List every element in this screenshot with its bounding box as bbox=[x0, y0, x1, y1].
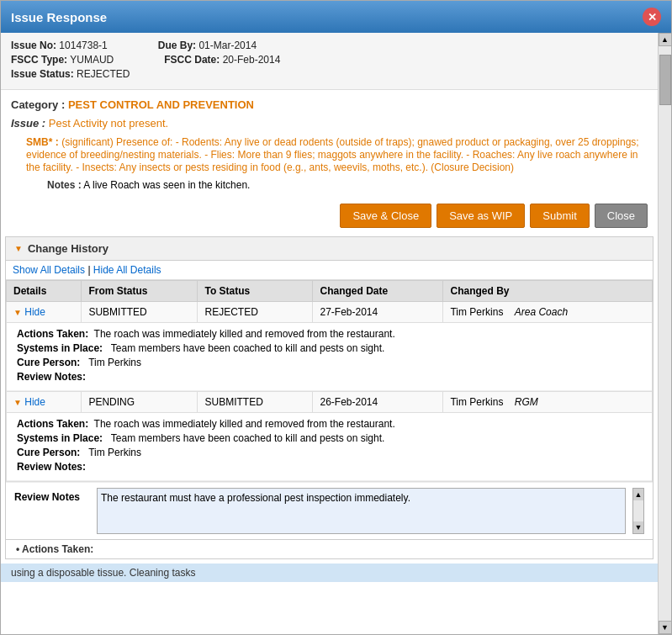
row1-cure-person: Cure Person: Tim Perkins bbox=[17, 357, 642, 368]
info-row-3: Issue Status: REJECTED bbox=[11, 68, 648, 80]
row1-detail-block: Actions Taken: The roach was immediately… bbox=[7, 323, 652, 391]
row2-hide-link[interactable]: Hide bbox=[24, 396, 45, 408]
row2-changed-date: 26-Feb-2014 bbox=[313, 392, 443, 413]
smb-label: SMB* : bbox=[26, 136, 59, 148]
main-content: Issue No: 1014738-1 Due By: 01-Mar-2014 … bbox=[1, 33, 658, 634]
submit-button[interactable]: Submit bbox=[530, 204, 589, 228]
hide-all-details-link[interactable]: Hide All Details bbox=[93, 264, 161, 276]
smb-section: SMB* : (significant) Presence of: - Rode… bbox=[1, 134, 658, 177]
col-from-status: From Status bbox=[82, 281, 198, 302]
row1-actions-taken: Actions Taken: The roach was immediately… bbox=[17, 328, 642, 340]
row1-actions-label: Actions Taken: bbox=[17, 328, 88, 340]
history-table-body: ▼ Hide SUBMITTED REJECTED 27-Feb-2014 Ti… bbox=[7, 302, 653, 482]
row2-review-notes-label-text: Review Notes: bbox=[17, 461, 86, 473]
fscc-date: FSCC Date: 20-Feb-2014 bbox=[164, 54, 280, 66]
issue-status-value: REJECTED bbox=[77, 68, 130, 80]
issue-label: Issue : bbox=[11, 117, 45, 130]
triangle-icon: ▼ bbox=[14, 244, 23, 253]
close-button[interactable]: Close bbox=[595, 204, 648, 228]
issue-no: Issue No: 1014738-1 bbox=[11, 40, 108, 51]
issue-no-value: 1014738-1 bbox=[59, 40, 107, 51]
due-by-value: 01-Mar-2014 bbox=[198, 40, 257, 51]
fscc-type-value: YUMAUD bbox=[70, 54, 114, 66]
row1-to-status: REJECTED bbox=[198, 302, 313, 323]
row1-review-notes-label-text: Review Notes: bbox=[17, 371, 86, 383]
close-window-button[interactable]: ✕ bbox=[643, 8, 661, 26]
row2-review-notes-label: Review Notes: bbox=[17, 461, 642, 473]
row1-review-notes-label: Review Notes: bbox=[17, 371, 642, 383]
scroll-up-btn[interactable]: ▲ bbox=[659, 33, 672, 46]
table-row: ▼ Hide SUBMITTED REJECTED 27-Feb-2014 Ti… bbox=[7, 302, 653, 323]
issue-status: Issue Status: REJECTED bbox=[11, 68, 130, 80]
category-section: Category : PEST CONTROL AND PREVENTION bbox=[1, 90, 658, 115]
row2-systems-label: Systems in Place: bbox=[17, 432, 103, 444]
notes-section: Notes : A live Roach was seen in the kit… bbox=[1, 177, 658, 195]
col-changed-by: Changed By bbox=[443, 281, 653, 302]
scroll-thumb[interactable] bbox=[659, 55, 671, 105]
issue-no-label: Issue No: bbox=[11, 40, 56, 51]
row1-changed-date: 27-Feb-2014 bbox=[313, 302, 443, 323]
row1-systems: Systems in Place: Team members have been… bbox=[17, 342, 642, 354]
issue-value: Pest Activity not present. bbox=[49, 117, 168, 130]
content-area: Issue No: 1014738-1 Due By: 01-Mar-2014 … bbox=[1, 33, 671, 634]
rv-scroll-down-btn[interactable]: ▼ bbox=[633, 521, 643, 533]
fscc-date-label: FSCC Date: bbox=[164, 54, 220, 66]
category-value: PEST CONTROL AND PREVENTION bbox=[68, 98, 254, 111]
row1-systems-label: Systems in Place: bbox=[17, 342, 103, 354]
review-notes-scrollbar: ▲ ▼ bbox=[632, 488, 644, 534]
fscc-type-label: FSCC Type: bbox=[11, 54, 67, 66]
row2-from-status: PENDING bbox=[82, 392, 198, 413]
table-row: ▼ Hide PENDING SUBMITTED 26-Feb-2014 Tim… bbox=[7, 392, 653, 413]
row2-actions-taken: Actions Taken: The roach was immediately… bbox=[17, 418, 642, 430]
save-close-button[interactable]: Save & Close bbox=[340, 204, 431, 228]
actions-taken-bullet: • Actions Taken: bbox=[16, 543, 93, 555]
row2-triangle-icon: ▼ bbox=[13, 398, 22, 407]
row2-cure-person: Cure Person: Tim Perkins bbox=[17, 447, 642, 458]
history-table: Details From Status To Status Changed Da… bbox=[6, 280, 653, 482]
row2-to-status: SUBMITTED bbox=[198, 392, 313, 413]
scroll-down-btn[interactable]: ▼ bbox=[659, 621, 672, 634]
row2-systems: Systems in Place: Team members have been… bbox=[17, 432, 642, 444]
title-bar: Issue Response ✕ bbox=[1, 1, 671, 33]
change-history-header: ▼ Change History bbox=[6, 237, 653, 261]
col-to-status: To Status bbox=[198, 281, 313, 302]
actions-taken-bottom-label: • Actions Taken: bbox=[6, 539, 653, 558]
scroll-track bbox=[659, 46, 671, 621]
main-scrollbar: ▲ ▼ bbox=[658, 33, 671, 634]
issue-status-label: Issue Status: bbox=[11, 68, 74, 80]
fscc-type: FSCC Type: YUMAUD bbox=[11, 54, 114, 66]
category-label: Category : bbox=[11, 98, 65, 111]
row2-detail-cell: Actions Taken: The roach was immediately… bbox=[7, 413, 653, 482]
history-header-row: Details From Status To Status Changed Da… bbox=[7, 281, 653, 302]
fscc-date-value: 20-Feb-2014 bbox=[223, 54, 281, 66]
show-hide-row: Show All Details | Hide All Details bbox=[6, 261, 653, 280]
row1-hide-link[interactable]: Hide bbox=[24, 306, 45, 318]
row2-changed-by: Tim Perkins RGM bbox=[443, 392, 653, 413]
rv-scroll-up-btn[interactable]: ▲ bbox=[633, 489, 643, 500]
row2-actions-label: Actions Taken: bbox=[17, 418, 88, 430]
notes-label: Notes : bbox=[47, 179, 82, 191]
table-row: Actions Taken: The roach was immediately… bbox=[7, 323, 653, 392]
notes-value: A live Roach was seen in the kitchen. bbox=[83, 179, 250, 191]
issue-response-window: Issue Response ✕ Issue No: 1014738-1 Due… bbox=[0, 0, 672, 635]
smb-text: (significant) Presence of: - Rodents: An… bbox=[26, 136, 639, 173]
row1-detail-cell: Actions Taken: The roach was immediately… bbox=[7, 323, 653, 392]
row2-role: RGM bbox=[515, 396, 538, 408]
col-details: Details bbox=[7, 281, 82, 302]
info-row-2: FSCC Type: YUMAUD FSCC Date: 20-Feb-2014 bbox=[11, 54, 648, 66]
history-table-head: Details From Status To Status Changed Da… bbox=[7, 281, 653, 302]
window-title: Issue Response bbox=[11, 10, 107, 24]
change-history-section: ▼ Change History Show All Details | Hide… bbox=[5, 236, 653, 559]
due-by: Due By: 01-Mar-2014 bbox=[158, 40, 257, 51]
row1-details: ▼ Hide bbox=[7, 302, 82, 323]
show-all-details-link[interactable]: Show All Details bbox=[13, 264, 85, 276]
review-notes-textarea[interactable]: The restaurant must have a professional … bbox=[97, 488, 626, 534]
bottom-text: using a disposable tissue. Cleaning task… bbox=[11, 567, 195, 579]
save-wip-button[interactable]: Save as WIP bbox=[437, 204, 525, 228]
issue-section: Issue : Pest Activity not present. bbox=[1, 115, 658, 134]
due-by-label: Due By: bbox=[158, 40, 196, 51]
review-notes-section: Review Notes The restaurant must have a … bbox=[6, 482, 653, 539]
row1-cure-label: Cure Person: bbox=[17, 357, 80, 368]
info-row-1: Issue No: 1014738-1 Due By: 01-Mar-2014 bbox=[11, 40, 648, 51]
info-section: Issue No: 1014738-1 Due By: 01-Mar-2014 … bbox=[1, 33, 658, 90]
